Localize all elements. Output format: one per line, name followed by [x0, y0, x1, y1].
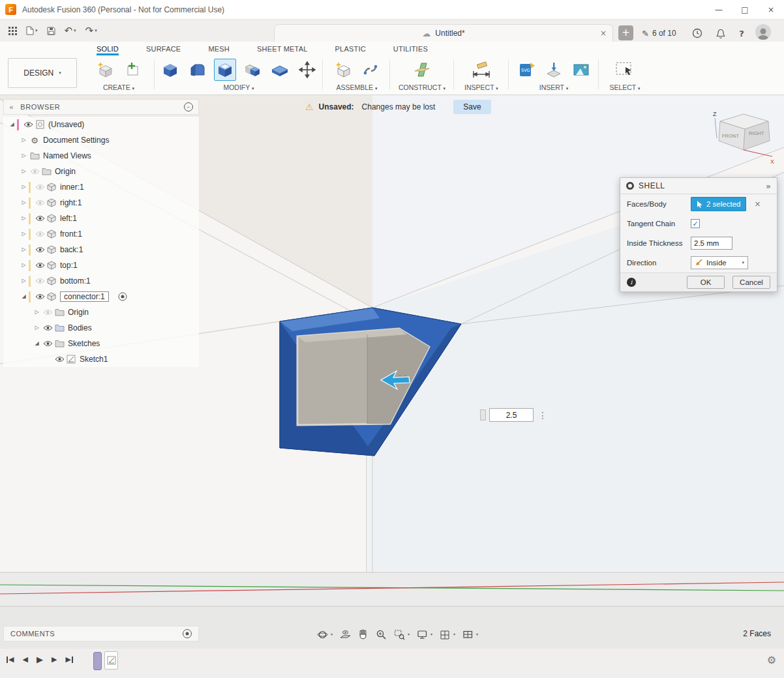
- expander-icon[interactable]: ▷: [19, 184, 29, 190]
- minimize-button[interactable]: —: [706, 0, 732, 19]
- tab-close-icon[interactable]: ×: [600, 29, 607, 37]
- expander-icon[interactable]: ▷: [19, 200, 29, 205]
- canvas-button[interactable]: [570, 59, 592, 81]
- go-to-start-button[interactable]: ◀: [7, 656, 14, 663]
- ok-button[interactable]: OK: [687, 276, 725, 289]
- activate-component-radio[interactable]: [118, 292, 127, 301]
- collapse-panel-icon[interactable]: «: [9, 104, 14, 111]
- expander-icon[interactable]: ▷: [19, 247, 29, 252]
- eye-off-icon[interactable]: [34, 184, 46, 190]
- modify-dropdown[interactable]: MODIFY ▾: [157, 83, 321, 91]
- eye-icon[interactable]: [42, 325, 53, 331]
- combine-button[interactable]: [241, 59, 264, 81]
- direction-dropdown[interactable]: Inside ▾: [691, 256, 748, 269]
- orbit-button[interactable]: ▾: [316, 628, 334, 641]
- document-usage-badge[interactable]: ✎ 6 of 10: [642, 25, 676, 41]
- expander-icon[interactable]: ▷: [32, 325, 42, 331]
- move-copy-button[interactable]: [296, 59, 318, 81]
- tab-plastic[interactable]: PLASTIC: [335, 45, 366, 55]
- tree-item-connector[interactable]: ◢ connector:1: [3, 289, 199, 304]
- eye-icon[interactable]: [22, 121, 34, 128]
- tree-item-connector-origin[interactable]: ▷ Origin: [3, 304, 199, 320]
- tree-item-root[interactable]: ◢ (Unsaved): [3, 117, 199, 132]
- inside-thickness-input[interactable]: [691, 237, 732, 250]
- undo-button[interactable]: ↶ ▾: [61, 22, 80, 39]
- display-settings-button[interactable]: ▾: [415, 628, 434, 641]
- select-button[interactable]: [614, 59, 636, 81]
- tab-surface[interactable]: SURFACE: [146, 45, 181, 55]
- tree-item-top[interactable]: ▷ top:1: [3, 258, 199, 273]
- eye-off-icon[interactable]: [29, 168, 40, 175]
- look-at-button[interactable]: [339, 628, 352, 641]
- offset-face-button[interactable]: [269, 59, 291, 81]
- eye-icon[interactable]: [34, 293, 46, 300]
- tab-solid[interactable]: SOLID: [97, 45, 119, 55]
- step-back-button[interactable]: ◀: [22, 656, 27, 663]
- comments-panel[interactable]: COMMENTS: [3, 626, 199, 641]
- expand-dialog-icon[interactable]: »: [766, 182, 771, 190]
- hide-panel-icon[interactable]: –: [184, 102, 193, 111]
- tangent-chain-checkbox[interactable]: ✓: [691, 219, 700, 228]
- viewports-button[interactable]: ▾: [461, 628, 479, 641]
- zoom-button[interactable]: [374, 628, 388, 641]
- close-button[interactable]: ×: [758, 0, 784, 19]
- assemble-dropdown[interactable]: ASSEMBLE ▾: [325, 83, 389, 91]
- help-button[interactable]: ?: [733, 25, 750, 41]
- create-sketch-button[interactable]: [121, 59, 143, 81]
- measure-button[interactable]: [470, 59, 492, 81]
- insert-svg-button[interactable]: SVG: [515, 59, 537, 81]
- eye-icon[interactable]: [53, 356, 65, 362]
- tree-item-named-views[interactable]: ▷ Named Views: [3, 148, 199, 164]
- expander-icon[interactable]: ▷: [19, 216, 29, 221]
- info-icon[interactable]: i: [627, 278, 636, 287]
- create-dropdown[interactable]: CREATE ▾: [83, 83, 154, 91]
- expander-icon[interactable]: ◢: [7, 122, 17, 127]
- expander-icon[interactable]: ▷: [19, 231, 29, 237]
- tree-item-sketches[interactable]: ◢ Sketches: [3, 336, 199, 351]
- eye-icon[interactable]: [42, 340, 53, 347]
- file-menu-button[interactable]: ▾: [23, 22, 41, 39]
- maximize-button[interactable]: □: [732, 0, 758, 19]
- expander-icon[interactable]: ◢: [19, 294, 29, 299]
- expander-icon[interactable]: ▷: [19, 169, 29, 174]
- shell-button[interactable]: [214, 59, 236, 81]
- shell-dialog-header[interactable]: SHELL »: [620, 178, 777, 194]
- tree-item-bottom[interactable]: ▷ bottom:1: [3, 273, 199, 289]
- view-cube[interactable]: Z FRONT RIGHT X: [711, 107, 777, 170]
- more-options-icon[interactable]: ⋮: [538, 411, 547, 420]
- press-pull-button[interactable]: [159, 59, 181, 81]
- tree-item-left[interactable]: ▷ left:1: [3, 211, 199, 226]
- timeline-settings-icon[interactable]: ⚙: [767, 655, 776, 666]
- insert-mesh-button[interactable]: [543, 59, 565, 81]
- save-now-button[interactable]: Save: [453, 100, 490, 114]
- pan-button[interactable]: [357, 628, 370, 641]
- tree-item-inner[interactable]: ▷ inner:1: [3, 179, 199, 195]
- clear-selection-icon[interactable]: ×: [754, 200, 761, 208]
- browser-header[interactable]: « BROWSER –: [3, 99, 199, 115]
- workspace-selector[interactable]: DESIGN ▾: [8, 58, 77, 88]
- tree-item-origin[interactable]: ▷ Origin: [3, 164, 199, 179]
- thickness-value-input[interactable]: [489, 408, 534, 422]
- faces-selection-button[interactable]: 2 selected: [691, 197, 746, 211]
- construction-plane-button[interactable]: [411, 59, 433, 81]
- select-dropdown[interactable]: SELECT ▾: [600, 83, 650, 91]
- eye-off-icon[interactable]: [34, 199, 46, 206]
- expander-icon[interactable]: ▷: [32, 310, 42, 315]
- cancel-button[interactable]: Cancel: [732, 276, 770, 289]
- new-tab-button[interactable]: +: [618, 25, 633, 40]
- tree-item-sketch1[interactable]: Sketch1: [3, 351, 199, 367]
- new-component-button[interactable]: [332, 59, 354, 81]
- timeline-position-marker[interactable]: [93, 652, 102, 670]
- eye-icon[interactable]: [34, 262, 46, 269]
- tab-utilities[interactable]: UTILITIES: [393, 45, 428, 55]
- eye-off-icon[interactable]: [34, 278, 46, 284]
- expander-icon[interactable]: ▷: [19, 138, 29, 143]
- tab-mesh[interactable]: MESH: [208, 45, 230, 55]
- redo-button[interactable]: ↷ ▾: [82, 22, 100, 39]
- tree-item-document-settings[interactable]: ▷ ⚙ Document Settings: [3, 132, 199, 148]
- construct-dropdown[interactable]: CONSTRUCT ▾: [391, 83, 453, 91]
- eye-icon[interactable]: [34, 246, 46, 253]
- grid-snaps-button[interactable]: ▾: [438, 628, 457, 641]
- tree-item-bodies[interactable]: ▷ Bodies: [3, 320, 199, 336]
- play-button[interactable]: ▶: [37, 655, 43, 664]
